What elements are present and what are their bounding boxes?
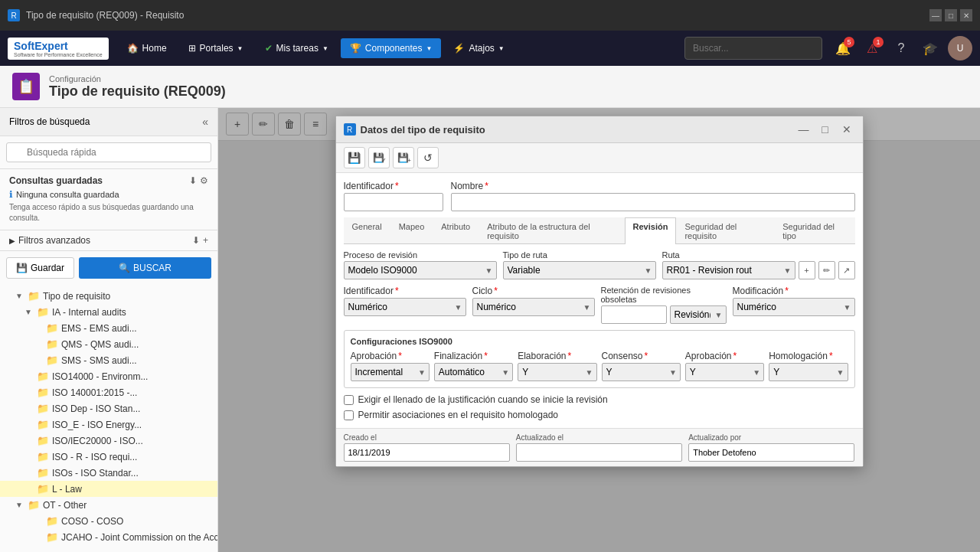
modal-save-close-button[interactable]: 💾✓ bbox=[368, 147, 390, 168]
tree-item-ems[interactable]: 📁 EMS - EMS audi... bbox=[0, 320, 217, 336]
tree-item-sms[interactable]: 📁 SMS - SMS audi... bbox=[0, 352, 217, 368]
quick-search-input[interactable] bbox=[6, 142, 211, 162]
retencion-input-group: Revisión(es) Mes(es) Año(s) ▼ bbox=[601, 305, 727, 324]
tree-item-label: OT - Other bbox=[43, 500, 87, 511]
tree-item-jcaho[interactable]: 📁 JCAHO - Joint Commission on the Accred… bbox=[0, 529, 217, 545]
export-filter-button[interactable]: ⬇ bbox=[192, 235, 200, 246]
modal-minimize-button[interactable]: — bbox=[795, 121, 812, 138]
nav-home[interactable]: 🏠 Home bbox=[118, 38, 176, 58]
nav-componentes[interactable]: 🏆 Componentes ▼ bbox=[341, 38, 442, 58]
check1-item[interactable]: Exigir el llenado de la justificación cu… bbox=[344, 394, 855, 405]
aprobacion2-select[interactable]: Y N bbox=[685, 363, 764, 381]
modal-save-new-button[interactable]: 💾+ bbox=[393, 147, 414, 168]
add-filter-button[interactable]: + bbox=[203, 235, 208, 246]
nav-icons: 🔔 5 ⚠ 1 ? 🎓 U bbox=[831, 36, 972, 60]
tree-item-l-law[interactable]: 📁 L - Law bbox=[0, 481, 217, 497]
tree-item-ot[interactable]: ▼ 📁 OT - Other bbox=[0, 497, 217, 513]
no-query-message: ℹ Ninguna consulta guardada bbox=[9, 189, 208, 200]
tree-item-isos[interactable]: 📁 ISOs - ISO Standar... bbox=[0, 465, 217, 481]
sidebar-collapse-button[interactable]: « bbox=[202, 116, 208, 128]
ruta-select[interactable]: RR01 - Revision rout bbox=[662, 261, 795, 279]
help-button[interactable]: ? bbox=[890, 37, 913, 60]
aprobacion-select[interactable]: Incremental Simple bbox=[351, 363, 430, 381]
search-button[interactable]: 🔍 BUSCAR bbox=[79, 257, 211, 279]
check2-checkbox[interactable] bbox=[344, 410, 354, 420]
tree-item-iso14000[interactable]: 📁 ISO14000 - Environm... bbox=[0, 368, 217, 384]
minimize-button[interactable]: — bbox=[929, 9, 942, 21]
advanced-filters-toggle[interactable]: ▶ Filtros avanzados bbox=[9, 235, 90, 246]
tipo-ruta-select[interactable]: Variable Fija bbox=[503, 261, 656, 279]
creado-field: Creado el 18/11/2019 bbox=[344, 433, 510, 462]
actualizado-por-field: Actualizado por Thober Detofeno bbox=[688, 433, 854, 462]
save-search-button[interactable]: 💾 Guardar bbox=[6, 257, 74, 279]
nav-portales[interactable]: ⊞ Portales ▼ bbox=[179, 38, 253, 58]
iso9000-section: Configuraciones ISO9000 Aprobación * bbox=[344, 330, 855, 388]
modal-save-button[interactable]: 💾 bbox=[344, 147, 365, 168]
proceso-revision-select[interactable]: Modelo ISO9000 Modelo Simple bbox=[344, 261, 497, 279]
identificador2-select[interactable]: Numérico Alfanumérico bbox=[344, 298, 466, 316]
logo-text: SoftExpert bbox=[14, 40, 68, 52]
retencion-unit-wrapper: Revisión(es) Mes(es) Año(s) ▼ bbox=[670, 305, 727, 324]
tab-seguridad-tipo[interactable]: Seguridad del tipo bbox=[774, 217, 854, 244]
tree-item-coso[interactable]: 📁 COSO - COSO bbox=[0, 513, 217, 529]
nav-atajos[interactable]: ⚡ Atajos ▼ bbox=[444, 38, 513, 58]
tab-atributo-estructura[interactable]: Atributo de la estructura del requisito bbox=[479, 217, 624, 244]
tree-item-label: ISO Dep - ISO Stan... bbox=[52, 403, 140, 414]
tree-item-label: ISO_E - ISO Energy... bbox=[52, 420, 142, 430]
actualizado-por-label: Actualizado por bbox=[688, 433, 854, 442]
elaboracion-select[interactable]: Y N bbox=[518, 363, 596, 381]
maximize-button[interactable]: □ bbox=[945, 9, 957, 21]
search-input[interactable] bbox=[684, 37, 822, 60]
nombre-input[interactable] bbox=[451, 193, 855, 211]
tab-revision[interactable]: Revisión bbox=[625, 217, 677, 244]
download-query-button[interactable]: ⬇ bbox=[189, 175, 197, 186]
settings-query-button[interactable]: ⚙ bbox=[200, 175, 208, 186]
tree-item-iso-dep[interactable]: 📁 ISO Dep - ISO Stan... bbox=[0, 400, 217, 416]
modal-dialog: R Datos del tipo de requisito — □ ✕ 💾 💾✓… bbox=[335, 116, 864, 467]
tipo-ruta-group: Tipo de ruta Variable Fija ▼ bbox=[503, 250, 656, 279]
row-id-ciclo: Identificador * Numérico Alfanumérico ▼ bbox=[344, 286, 855, 324]
tree-item-label: L - Law bbox=[52, 484, 82, 495]
identificador-input[interactable] bbox=[344, 193, 443, 211]
homologacion-select[interactable]: Y N bbox=[769, 363, 848, 381]
alerts-button[interactable]: ⚠ 1 bbox=[861, 37, 884, 60]
retencion-unit-select[interactable]: Revisión(es) Mes(es) Año(s) bbox=[670, 305, 727, 324]
folder-icon: 📁 bbox=[46, 322, 58, 334]
modificacion-select[interactable]: Numérico Alfanumérico bbox=[733, 298, 855, 316]
tree-item-qms[interactable]: 📁 QMS - QMS audi... bbox=[0, 336, 217, 352]
tab-seguridad-req[interactable]: Seguridad del requisito bbox=[676, 217, 774, 244]
finalizacion-select[interactable]: Automático Manual bbox=[434, 363, 513, 381]
folder-icon: 📁 bbox=[46, 531, 58, 543]
row-proceso-ruta: Proceso de revisión Modelo ISO9000 Model… bbox=[344, 250, 855, 279]
ruta-open-button[interactable]: ↗ bbox=[838, 261, 855, 279]
tab-mapeo[interactable]: Mapeo bbox=[390, 217, 433, 244]
tree-item-ia[interactable]: ▼ 📁 IA - Internal audits bbox=[0, 304, 217, 320]
nav-mis-tareas[interactable]: ✔ Mis tareas ▼ bbox=[256, 38, 338, 58]
tab-general[interactable]: General bbox=[344, 217, 390, 244]
consenso-select[interactable]: Y N bbox=[602, 363, 681, 381]
tree-item-iso-iec20000[interactable]: 📁 ISO/IEC20000 - ISO... bbox=[0, 433, 217, 449]
modal-maximize-button[interactable]: □ bbox=[817, 121, 834, 138]
tree-item-tipo-requisito[interactable]: ▼ 📁 Tipo de requisito bbox=[0, 288, 217, 304]
tree-item-iso-r[interactable]: 📁 ISO - R - ISO requi... bbox=[0, 449, 217, 465]
tab-atributo[interactable]: Atributo bbox=[433, 217, 479, 244]
modal-close-button[interactable]: ✕ bbox=[838, 121, 855, 138]
ruta-add-button[interactable]: + bbox=[799, 261, 815, 279]
finalizacion-group: Finalización * Automático Manual ▼ bbox=[434, 351, 513, 381]
aprobacion2-wrapper: Y N ▼ bbox=[685, 363, 764, 381]
notifications-button[interactable]: 🔔 5 bbox=[831, 37, 854, 60]
academy-button[interactable]: 🎓 bbox=[919, 37, 942, 60]
check1-checkbox[interactable] bbox=[344, 395, 354, 405]
elaboracion-wrapper: Y N ▼ bbox=[518, 363, 596, 381]
actualizado-field: Actualizado el bbox=[516, 433, 682, 462]
tree-item-iso-e[interactable]: 📁 ISO_E - ISO Energy... bbox=[0, 416, 217, 433]
tree-item-iso140012015[interactable]: 📁 ISO 140001:2015 -... bbox=[0, 384, 217, 400]
user-avatar[interactable]: U bbox=[948, 36, 972, 60]
ruta-edit-button[interactable]: ✏ bbox=[818, 261, 835, 279]
ciclo-select[interactable]: Numérico Alfanumérico bbox=[472, 298, 595, 316]
check2-item[interactable]: Permitir asociaciones en el requisito ho… bbox=[344, 410, 855, 420]
close-button[interactable]: ✕ bbox=[960, 9, 972, 21]
modal-refresh-button[interactable]: ↺ bbox=[417, 147, 439, 168]
retencion-input[interactable] bbox=[601, 305, 667, 324]
proceso-revision-group: Proceso de revisión Modelo ISO9000 Model… bbox=[344, 250, 497, 279]
